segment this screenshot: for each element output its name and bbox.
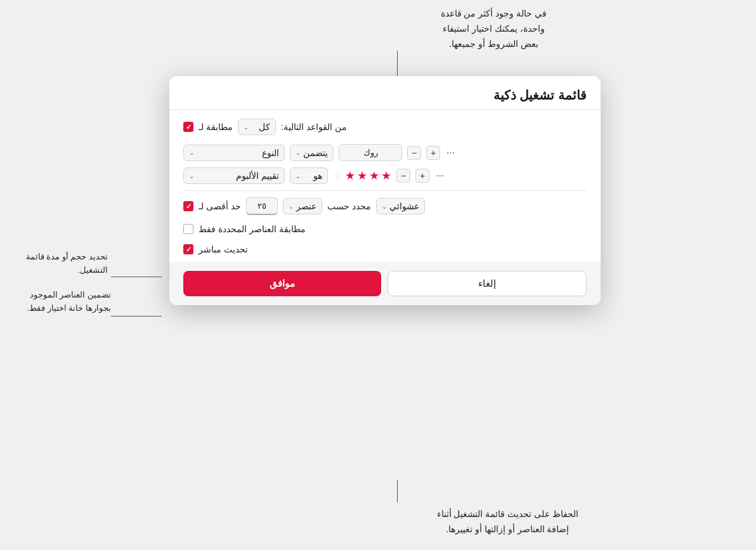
bottom-callout-line xyxy=(397,480,398,502)
live-update-checkbox[interactable] xyxy=(183,244,193,254)
rule-row-1: ··· + − روك يتضمن ⌄ النوع ⌄ xyxy=(183,144,587,161)
rule2-more-icon[interactable]: ··· xyxy=(434,170,445,181)
chevron-down-icon: ⌄ xyxy=(189,149,194,156)
rules-label: من القواعد التالية: xyxy=(281,122,347,132)
limit-checkbox[interactable] xyxy=(183,201,193,211)
dialog-header: قائمة تشغيل ذكية xyxy=(169,76,601,110)
limit-sort-label: محدد حسب xyxy=(327,201,371,211)
rule2-operator-select[interactable]: هو ⌄ xyxy=(290,167,328,184)
annotation-checked: تضمين العناصر الموجود بجوارها خانة اختيا… xyxy=(6,289,111,315)
page-wrapper: في حالة وجود أكثر من قاعدة واحدة، يمكنك … xyxy=(0,0,756,550)
limit-unit-select[interactable]: عنصر ⌄ xyxy=(283,198,322,214)
separator-1 xyxy=(183,190,587,191)
rule2-remove-button[interactable]: − xyxy=(396,169,410,183)
rule1-more-icon[interactable]: ··· xyxy=(445,147,456,159)
limit-row: عشوائي ⌄ محدد حسب عنصر ⌄ ٢٥ حد أقصى لـ xyxy=(183,197,587,215)
smart-playlist-dialog: قائمة تشغيل ذكية من القواعد التالية: كل … xyxy=(169,76,601,305)
limit-sort-dir-select[interactable]: عشوائي ⌄ xyxy=(376,198,425,214)
dialog-title: قائمة تشغيل ذكية xyxy=(183,88,587,103)
rule1-value[interactable]: روك xyxy=(339,144,402,161)
left-callout-line-1 xyxy=(111,277,162,277)
chevron-down-icon: ⌄ xyxy=(244,124,249,131)
match-option-select[interactable]: كل ⌄ xyxy=(238,119,276,135)
rule1-field-select[interactable]: النوع ⌄ xyxy=(183,145,285,161)
match-checked-label: مطابقة العناصر المحددة فقط xyxy=(199,224,306,234)
star-1-icon[interactable]: ☆ xyxy=(333,169,343,183)
live-update-label: تحديث مباشر xyxy=(199,244,248,254)
rule-row-2: ··· + − ☆ ★ ★ ★ ★ هو ⌄ تقييم الألبوم ⌄ xyxy=(183,167,587,184)
chevron-down-icon: ⌄ xyxy=(382,203,387,210)
match-row: من القواعد التالية: كل ⌄ مطابقة لـ xyxy=(183,119,587,135)
tooltip-top: في حالة وجود أكثر من قاعدة واحدة، يمكنك … xyxy=(441,6,547,51)
tooltip-bottom: الحفاظ على تحديث قائمة التشغيل أثناء إضا… xyxy=(437,507,578,537)
match-label: مطابقة لـ xyxy=(199,122,233,132)
dialog-footer: إلغاء موافق xyxy=(169,262,601,305)
star-rating-input[interactable]: ☆ ★ ★ ★ ★ xyxy=(333,169,391,183)
match-checkbox[interactable] xyxy=(183,122,193,132)
limit-label: حد أقصى لـ xyxy=(199,201,241,211)
live-update-row: تحديث مباشر xyxy=(183,242,587,257)
annotation-limit: تحديد حجم أو مدة قائمة التشغيل. xyxy=(10,251,108,277)
rule1-operator-select[interactable]: يتضمن ⌄ xyxy=(290,145,334,161)
cancel-button[interactable]: إلغاء xyxy=(388,271,587,296)
star-2-icon[interactable]: ★ xyxy=(345,169,355,183)
rule2-field-select[interactable]: تقييم الألبوم ⌄ xyxy=(183,167,285,184)
left-callout-line-2 xyxy=(111,316,162,317)
ok-button[interactable]: موافق xyxy=(183,271,381,296)
chevron-down-icon: ⌄ xyxy=(289,203,294,210)
match-checked-checkbox[interactable] xyxy=(183,224,193,234)
star-5-icon[interactable]: ★ xyxy=(381,169,391,183)
match-checked-row: مطابقة العناصر المحددة فقط xyxy=(183,221,587,237)
dialog-body: من القواعد التالية: كل ⌄ مطابقة لـ ··· +… xyxy=(169,110,601,257)
rule1-remove-button[interactable]: − xyxy=(407,146,421,160)
chevron-down-icon: ⌄ xyxy=(189,173,194,180)
limit-value-input[interactable]: ٢٥ xyxy=(246,197,278,215)
rule1-add-button[interactable]: + xyxy=(426,146,440,160)
star-4-icon[interactable]: ★ xyxy=(369,169,379,183)
chevron-down-icon: ⌄ xyxy=(296,149,301,156)
chevron-down-icon: ⌄ xyxy=(296,173,301,180)
rule2-add-button[interactable]: + xyxy=(415,169,429,183)
star-3-icon[interactable]: ★ xyxy=(357,169,367,183)
